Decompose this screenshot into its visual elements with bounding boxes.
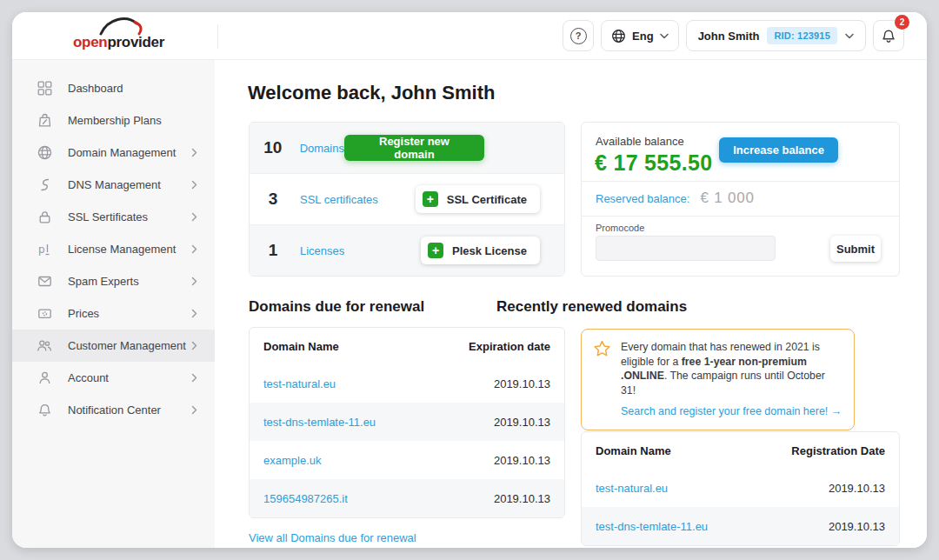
chevron-down-icon	[845, 33, 854, 39]
app-window: openprovider ? Eng	[12, 12, 927, 548]
chevron-down-icon	[660, 33, 669, 39]
user-name: John Smith	[698, 30, 760, 43]
domain-link[interactable]: test-natural.eu	[596, 482, 668, 495]
sidebar-item-account[interactable]: Account	[12, 362, 215, 394]
sidebar-item-label: Membership Plans	[68, 114, 162, 127]
person-icon	[36, 370, 53, 385]
sidebar-item-label: Customer Management	[68, 339, 186, 352]
stat-row-ssl: 3 SSL certificates + SSL Certificate	[250, 173, 564, 224]
domain-link[interactable]: test-natural.eu	[263, 377, 336, 390]
lock-icon	[36, 210, 53, 224]
sidebar-item-label: Notification Center	[68, 403, 161, 417]
chevron-right-icon	[191, 180, 197, 190]
divider	[582, 216, 899, 217]
rid-badge: RID: 123915	[767, 27, 837, 44]
sidebar-item-domain-management[interactable]: Domain Management	[12, 137, 215, 169]
promocode-input[interactable]	[596, 236, 776, 261]
expiration-date: 2019.10.13	[494, 454, 550, 467]
sidebar-item-spam-experts[interactable]: Spam Experts	[12, 265, 215, 297]
table-row: test-natural.eu 2019.10.13	[582, 469, 899, 507]
svg-text:p: p	[38, 243, 45, 256]
balance-card: Available balance € 17 555.50 Increase b…	[581, 122, 900, 277]
sidebar-item-prices[interactable]: Prices	[12, 297, 215, 330]
sidebar-item-label: Prices	[68, 307, 99, 320]
view-all-renewals-link[interactable]: View all Domains due for renewal	[249, 531, 416, 544]
user-menu[interactable]: John Smith RID: 123915	[686, 20, 866, 51]
register-new-domain-button[interactable]: Register new domain	[344, 135, 484, 161]
table-row: 159654987265.it 2019.10.13	[250, 479, 564, 517]
sidebar-item-membership-plans[interactable]: Membership Plans	[12, 104, 215, 137]
mail-icon	[36, 274, 53, 289]
sidebar-item-notification-center[interactable]: Notification Center	[12, 394, 215, 426]
help-button[interactable]: ?	[563, 20, 594, 51]
sidebar-item-license-management[interactable]: p License Management	[12, 233, 215, 265]
table-row: test-natural.eu 2019.10.13	[250, 364, 564, 403]
licenses-link[interactable]: Licenses	[300, 244, 344, 257]
renewed-table: Domain Name Registration Date test-natur…	[581, 431, 900, 546]
domain-link[interactable]: test-dns-temlate-11.eu	[596, 520, 708, 533]
ssl-certificates-link[interactable]: SSL certificates	[300, 193, 378, 206]
button-label: Plesk License	[452, 244, 527, 257]
add-ssl-certificate-button[interactable]: + SSL Certificate	[416, 185, 540, 213]
dashboard-icon	[36, 81, 53, 96]
globe-icon	[36, 145, 53, 160]
dns-icon	[36, 177, 53, 192]
bell-icon	[881, 28, 896, 44]
chevron-right-icon	[191, 212, 197, 222]
sidebar-item-customer-management[interactable]: Customer Management	[12, 330, 215, 362]
registration-date: 2019.10.13	[829, 482, 885, 495]
logo-arc-icon	[96, 17, 151, 36]
domain-link[interactable]: test-dns-temlate-11.eu	[263, 416, 376, 429]
sidebar-item-dns-management[interactable]: DNS Management	[12, 169, 215, 201]
renewal-table: Domain Name Expiration date test-natural…	[249, 327, 565, 518]
expiration-date: 2019.10.13	[494, 377, 550, 390]
sidebar-item-label: Spam Experts	[68, 275, 139, 288]
chevron-right-icon	[191, 244, 197, 254]
openprovider-logo[interactable]: openprovider	[73, 18, 177, 53]
domain-link[interactable]: example.uk	[263, 454, 321, 467]
sidebar-item-ssl-sertificates[interactable]: SSL Sertificates	[12, 201, 215, 233]
chevron-right-icon	[191, 341, 197, 350]
column-header-registration: Registration Date	[791, 444, 885, 457]
add-plesk-license-button[interactable]: + Plesk License	[421, 237, 540, 264]
button-label: SSL Certificate	[447, 193, 527, 206]
chevron-right-icon	[191, 277, 197, 286]
sidebar: Dashboard Membership Plans	[12, 60, 215, 548]
chevron-right-icon	[191, 373, 197, 383]
sidebar-item-label: Domain Management	[68, 146, 176, 159]
table-row: example.uk 2019.10.13	[250, 441, 564, 479]
notifications-button[interactable]: 2	[873, 20, 904, 51]
increase-balance-button[interactable]: Increase balance	[719, 137, 838, 163]
plus-icon: +	[423, 191, 438, 207]
column-header-expiration: Expiration date	[469, 340, 550, 353]
chevron-right-icon	[191, 309, 197, 318]
ssl-count: 3	[261, 190, 285, 209]
licenses-count: 1	[261, 241, 285, 260]
stats-card: 10 Domains Register new domain 3 SSL cer…	[249, 122, 565, 277]
table-row: test-dns-temlate-11.eu 2019.10.13	[250, 403, 564, 441]
campaign-text: Every domain that has renewed in 2021 is…	[621, 340, 842, 419]
price-icon	[36, 306, 53, 321]
chevron-right-icon	[191, 405, 197, 415]
domains-count: 10	[261, 138, 285, 157]
domains-link[interactable]: Domains	[300, 142, 344, 155]
sidebar-item-dashboard[interactable]: Dashboard	[12, 72, 215, 104]
notification-count-badge: 2	[895, 15, 909, 30]
free-domain-link[interactable]: Search and register your free domain her…	[621, 404, 842, 419]
domain-link[interactable]: 159654987265.it	[263, 492, 348, 505]
language-selector[interactable]: Eng	[601, 20, 679, 51]
submit-promocode-button[interactable]: Submit	[830, 236, 881, 262]
expiration-date: 2019.10.13	[494, 492, 550, 505]
campaign-banner: Every domain that has renewed in 2021 is…	[581, 329, 855, 430]
expiration-date: 2019.10.13	[494, 416, 550, 429]
star-icon	[593, 340, 611, 419]
renewed-section-title: Recently renewed domains	[496, 298, 687, 316]
registration-date: 2019.10.13	[829, 520, 885, 533]
reserved-balance-link[interactable]: Reserved balance:	[596, 192, 689, 205]
main-content: Welcome back, John Smith 10 Domains Regi…	[215, 60, 927, 548]
table-header-row: Domain Name Registration Date	[582, 432, 899, 469]
language-label: Eng	[632, 30, 654, 43]
column-header-domain: Domain Name	[263, 340, 339, 353]
globe-icon	[611, 29, 626, 43]
membership-plans-icon	[36, 113, 53, 128]
